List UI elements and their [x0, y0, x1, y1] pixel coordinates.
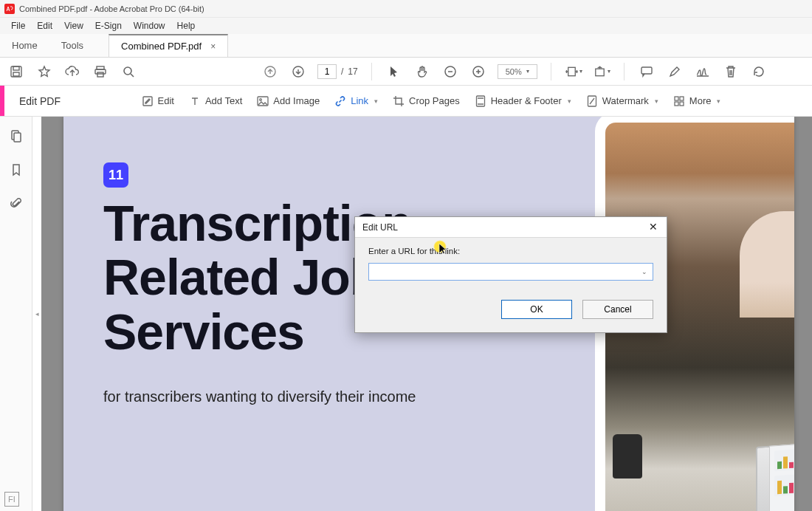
sign-icon[interactable] [694, 63, 712, 80]
selection-tool-icon[interactable] [385, 63, 403, 80]
svg-rect-18 [476, 96, 484, 106]
tab-tools[interactable]: Tools [49, 34, 95, 57]
svg-rect-1 [11, 66, 21, 77]
chevron-down-icon: ▾ [568, 97, 571, 105]
page-subheading: for transcribers wanting to diversify th… [103, 388, 416, 405]
add-text-button[interactable]: Add Text [189, 95, 242, 107]
dialog-label: Enter a URL for this link: [368, 247, 653, 256]
print-icon[interactable] [92, 63, 109, 80]
menu-help[interactable]: Help [172, 20, 201, 32]
svg-rect-25 [14, 133, 21, 142]
pane-collapse-handle[interactable]: ◂ [32, 117, 41, 511]
svg-rect-2 [13, 66, 19, 70]
save-icon[interactable] [7, 63, 25, 80]
cancel-button[interactable]: Cancel [582, 300, 653, 319]
fit-width-icon[interactable]: ▾ [565, 63, 582, 80]
document-tabs: Home Tools Combined PDF.pdf × [0, 34, 812, 58]
find-icon[interactable] [120, 63, 137, 80]
svg-rect-15 [143, 97, 152, 106]
main-toolbar: / 17 50% ▾ ▾ ▾ [0, 58, 812, 86]
zoom-value: 50% [506, 67, 522, 76]
edit-url-dialog: Edit URL ✕ Enter a URL for this link: ⌄ … [354, 216, 667, 333]
zoom-in-icon[interactable] [469, 63, 487, 80]
edit-icon [142, 95, 154, 107]
page-total: 17 [348, 66, 357, 77]
chevron-down-icon: ▾ [526, 68, 529, 75]
edit-pdf-indicator [0, 86, 4, 116]
window-titlebar: Combined PDF.pdf - Adobe Acrobat Pro DC … [0, 0, 812, 18]
menu-file[interactable]: File [6, 20, 30, 32]
page-display-icon[interactable]: ▾ [593, 63, 610, 80]
header-footer-button[interactable]: Header & Footer▾ [475, 95, 571, 107]
tab-document-label: Combined PDF.pdf [121, 41, 202, 52]
text-icon [189, 95, 201, 107]
star-icon[interactable] [35, 63, 53, 80]
ok-button[interactable]: OK [501, 300, 572, 319]
app-icon [4, 4, 15, 14]
svg-rect-23 [680, 102, 684, 106]
watermark-icon [586, 95, 598, 107]
dialog-titlebar[interactable]: Edit URL ✕ [355, 217, 667, 238]
svg-rect-20 [675, 97, 678, 100]
thumbnails-icon[interactable] [7, 127, 25, 145]
link-button[interactable]: Link▾ [334, 95, 378, 107]
menu-edit[interactable]: Edit [32, 20, 58, 32]
tab-document[interactable]: Combined PDF.pdf × [109, 34, 228, 57]
svg-rect-3 [13, 72, 19, 76]
menu-esign[interactable]: E-Sign [90, 20, 127, 32]
link-icon [334, 95, 346, 107]
svg-point-17 [260, 98, 262, 100]
zoom-out-icon[interactable] [441, 63, 459, 80]
highlight-pen-icon[interactable] [666, 63, 684, 80]
add-image-button[interactable]: Add Image [257, 95, 320, 107]
edit-button[interactable]: Edit [142, 95, 174, 107]
svg-rect-5 [95, 69, 106, 74]
edit-pdf-title: Edit PDF [10, 95, 61, 107]
tab-close-icon[interactable]: × [210, 41, 216, 52]
corner-watermark: FI [4, 492, 19, 507]
menu-view[interactable]: View [59, 20, 89, 32]
more-button[interactable]: More▾ [673, 95, 721, 107]
tab-home[interactable]: Home [0, 34, 49, 57]
comment-icon[interactable] [638, 63, 656, 80]
rotate-icon[interactable] [750, 63, 768, 80]
attachments-icon[interactable] [7, 195, 25, 213]
svg-rect-13 [596, 69, 604, 76]
page-current-input[interactable] [317, 64, 337, 79]
cloud-upload-icon[interactable] [63, 63, 81, 80]
page-sep: / [341, 66, 343, 77]
page-indicator: / 17 [317, 64, 358, 79]
svg-rect-14 [641, 67, 652, 74]
svg-rect-21 [680, 97, 684, 100]
more-icon [673, 95, 685, 107]
svg-rect-6 [97, 72, 103, 77]
delete-icon[interactable] [722, 63, 740, 80]
page-up-icon[interactable] [261, 63, 279, 80]
svg-rect-12 [568, 67, 575, 75]
svg-rect-0 [4, 4, 15, 14]
window-title: Combined PDF.pdf - Adobe Acrobat Pro DC … [19, 4, 204, 13]
chevron-down-icon: ▾ [374, 97, 378, 105]
page-down-icon[interactable] [289, 63, 307, 80]
bookmark-icon[interactable] [7, 161, 25, 179]
url-dropdown-icon[interactable]: ⌄ [638, 265, 651, 278]
chevron-down-icon: ▾ [655, 97, 658, 105]
menu-bar: File Edit View E-Sign Window Help [0, 18, 812, 34]
chevron-down-icon: ▾ [717, 97, 720, 105]
navigation-pane [0, 117, 32, 511]
edit-pdf-toolbar: Edit PDF Edit Add Text Add Image Link▾ C… [0, 86, 812, 117]
watermark-button[interactable]: Watermark▾ [586, 95, 658, 107]
svg-rect-22 [675, 102, 678, 106]
crop-icon [393, 95, 405, 107]
headerfooter-icon [475, 95, 486, 107]
zoom-select[interactable]: 50% ▾ [498, 64, 537, 79]
image-icon [257, 95, 269, 107]
url-input[interactable]: ⌄ [368, 263, 653, 281]
menu-window[interactable]: Window [128, 20, 171, 32]
hand-tool-icon[interactable] [413, 63, 431, 80]
svg-point-7 [124, 67, 131, 75]
page-badge: 11 [103, 162, 128, 188]
close-icon[interactable]: ✕ [644, 219, 662, 235]
dialog-title: Edit URL [362, 222, 398, 233]
crop-pages-button[interactable]: Crop Pages [393, 95, 460, 107]
